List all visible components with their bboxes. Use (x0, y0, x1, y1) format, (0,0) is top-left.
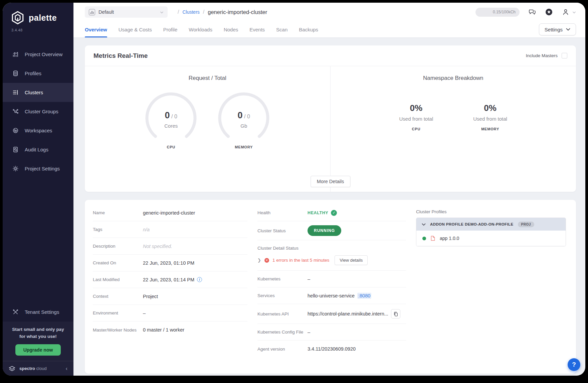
tab-backups[interactable]: Backups (299, 21, 318, 37)
tab-profile[interactable]: Profile (163, 21, 178, 37)
tab-scan[interactable]: Scan (276, 21, 287, 37)
agent-version-row: Agent version3.4.11/20230609.0920 (257, 341, 406, 357)
breadcrumb-separator: / (178, 9, 179, 15)
project-selector[interactable]: Default (85, 6, 168, 18)
check-circle-icon: ✓ (331, 210, 337, 216)
help-button[interactable]: ? (568, 358, 580, 371)
more-details-button[interactable]: More Details (311, 176, 350, 187)
sidebar: palette 3.4.48 Project Overview Profiles (3, 3, 73, 376)
info-icon[interactable]: i (197, 277, 202, 282)
namespace-breakdown-section: Namespace Breakdown 0% Used from total C… (331, 66, 576, 192)
tab-nodes[interactable]: Nodes (224, 21, 238, 37)
topbar-row-primary: Default / Clusters / generic-imported-cl… (73, 3, 585, 21)
network-icon (12, 108, 19, 115)
api-url: https://control-plane.minikube.intern... (308, 311, 388, 316)
breadcrumb-clusters-link[interactable]: Clusters (182, 9, 199, 15)
mini-chart-icon (89, 9, 95, 15)
copy-icon[interactable] (391, 309, 400, 318)
star-badge-icon[interactable] (545, 8, 553, 16)
sidebar-item-project-overview[interactable]: Project Overview (3, 45, 73, 64)
list-icon (12, 89, 19, 96)
chevron-down-icon (422, 221, 426, 227)
database-icon (12, 70, 19, 77)
sidebar-item-workspaces[interactable]: Workspaces (3, 121, 73, 140)
proj-badge: PROJ (518, 222, 534, 227)
cluster-info-column: Namegeneric-imported-cluster Tagsn/a Des… (93, 205, 247, 367)
cluster-profiles-title: Cluster Profiles (416, 205, 566, 218)
chat-icon[interactable] (528, 8, 536, 16)
sidebar-item-audit-logs[interactable]: Audit Logs (3, 140, 73, 159)
cluster-status-column: Health HEALTHY✓ Cluster Status RUNNING C… (257, 205, 406, 367)
tools-icon (12, 309, 19, 315)
sidebar-item-label: Tenant Settings (25, 309, 59, 315)
sidebar-item-label: Project Overview (25, 51, 62, 57)
detail-row: Master/Worker Nodes0 master / 1 worker (93, 322, 247, 338)
sidebar-spacer (3, 178, 73, 302)
cluster-details-card: Namegeneric-imported-cluster Tagsn/a Des… (85, 200, 576, 374)
health-row: Health HEALTHY✓ (257, 205, 406, 221)
sidebar-item-label: Profiles (25, 71, 41, 76)
tab-usage-costs[interactable]: Usage & Costs (119, 21, 152, 37)
include-masters-checkbox[interactable] (562, 53, 567, 58)
page-content: Metrics Real-Time Include Masters Reques… (73, 37, 585, 376)
breadcrumb: / Clusters / generic-imported-cluster (178, 9, 267, 15)
user-icon[interactable] (562, 8, 570, 16)
sidebar-item-label: Audit Logs (25, 147, 48, 152)
sidebar-item-project-settings[interactable]: Project Settings (3, 159, 73, 178)
request-total-title: Request / Total (189, 75, 226, 82)
settings-button[interactable]: Settings (539, 23, 576, 35)
upgrade-promo: Start small and only pay for what you us… (3, 322, 73, 361)
detail-row: DescriptionNot specified. (93, 238, 247, 255)
sidebar-item-cluster-groups[interactable]: Cluster Groups (3, 102, 73, 121)
namespace-memory-stat: 0% Used from total MEMORY (473, 103, 507, 131)
namespace-title: Namespace Breakdown (423, 75, 483, 82)
memory-gauge-caption: MEMORY (215, 145, 272, 149)
status-dot-icon (422, 237, 426, 240)
profile-layer-row[interactable]: app 1.0.0 (416, 231, 566, 246)
view-details-button[interactable]: View details (335, 255, 368, 265)
kubernetes-row: Kubernetes– (257, 271, 406, 287)
cluster-detail-status-label: Cluster Detail Status (257, 240, 406, 252)
sidebar-item-label: Clusters (25, 90, 43, 95)
sidebar-item-label: Cluster Groups (25, 109, 58, 114)
profile-accordion-header[interactable]: ADDON PROFILE DEMO-ADD-ON-PROFILE PROJ (416, 218, 566, 231)
error-dot-icon: ✕ (264, 258, 269, 263)
tab-events[interactable]: Events (249, 21, 265, 37)
namespace-cpu-stat: 0% Used from total CPU (399, 103, 433, 131)
breadcrumb-current: generic-imported-cluster (208, 9, 267, 15)
health-value: HEALTHY (308, 211, 328, 215)
usage-quota-pill: 0.15/100kCh (475, 8, 520, 17)
main-area: Default / Clusters / generic-imported-cl… (73, 3, 585, 376)
project-selector-value: Default (99, 9, 154, 15)
expand-chevron-icon[interactable]: ❯ (257, 258, 261, 263)
upgrade-now-button[interactable]: Upgrade now (15, 344, 61, 356)
sidebar-item-profiles[interactable]: Profiles (3, 64, 73, 83)
palette-logo-icon (11, 11, 25, 25)
user-menu-chevron-icon[interactable] (572, 9, 576, 15)
running-status-badge: RUNNING (308, 225, 341, 236)
settings-button-label: Settings (545, 27, 563, 32)
profile-layer-label: app 1.0.0 (440, 236, 459, 241)
gear-icon (12, 165, 19, 172)
sidebar-collapse-icon[interactable]: ‹ (66, 366, 67, 372)
detail-row: ContextProject (93, 288, 247, 305)
tab-workloads[interactable]: Workloads (189, 21, 212, 37)
service-port-link[interactable]: :8080 (357, 293, 371, 299)
app-window: palette 3.4.48 Project Overview Profiles (3, 3, 585, 376)
sidebar-item-label: Project Settings (25, 166, 60, 171)
sidebar-item-tenant-settings[interactable]: Tenant Settings (3, 302, 73, 322)
service-name: hello-universe-service (308, 293, 355, 298)
brand: palette (3, 3, 73, 27)
metrics-card: Metrics Real-Time Include Masters Reques… (85, 45, 576, 192)
cluster-status-row: Cluster Status RUNNING (257, 221, 406, 240)
metrics-body: Request / Total 0 / 0 Cores CPU 0 / 0 (85, 66, 576, 192)
cpu-gauge-caption: CPU (143, 145, 199, 149)
doc-search-icon (12, 146, 19, 153)
tab-overview[interactable]: Overview (85, 21, 107, 37)
cluster-profiles-box: ADDON PROFILE DEMO-ADD-ON-PROFILE PROJ a… (416, 218, 566, 246)
detail-row: Environment– (93, 305, 247, 322)
detail-row: Namegeneric-imported-cluster (93, 205, 247, 221)
sidebar-item-clusters[interactable]: Clusters (3, 83, 73, 102)
detail-row: Created On22 Jun, 2023, 01:10 PM (93, 255, 247, 271)
chevron-down-icon (160, 9, 164, 15)
